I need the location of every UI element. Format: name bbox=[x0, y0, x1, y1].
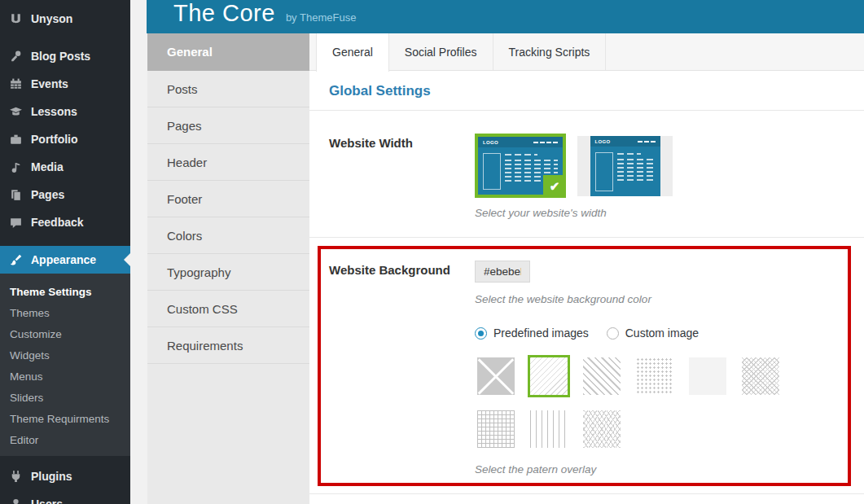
image-source-radio-row: Predefined images Custom image bbox=[475, 327, 844, 340]
sidebar-item-portfolio[interactable]: Portfolio bbox=[0, 125, 130, 153]
mockup-logo-text: LOGO bbox=[595, 139, 611, 144]
mockup-nav-dashes bbox=[533, 142, 558, 143]
sidebar-item-feedback[interactable]: Feedback bbox=[0, 208, 130, 236]
radio-label: Predefined images bbox=[493, 327, 589, 340]
submenu-item-menus[interactable]: Menus bbox=[0, 366, 130, 388]
sidebar-item-unyson[interactable]: Unyson bbox=[0, 5, 130, 33]
width-option-full-width[interactable]: LOGO ✔ bbox=[475, 134, 566, 198]
sidebar-item-label: Events bbox=[31, 77, 68, 90]
radio-option-custom-image[interactable]: Custom image bbox=[607, 327, 699, 340]
radio-icon[interactable] bbox=[607, 327, 619, 340]
width-options-row: LOGO ✔ LOGO bbox=[475, 134, 673, 198]
sidebar-item-label: Media bbox=[31, 160, 64, 173]
submenu-item-theme-settings[interactable]: Theme Settings bbox=[0, 282, 130, 303]
pattern-swatch-dots[interactable]: ✔ bbox=[634, 355, 676, 397]
pattern-swatch-fill bbox=[636, 357, 673, 395]
settings-nav-pages[interactable]: Pages bbox=[147, 107, 309, 144]
settings-nav-footer[interactable]: Footer bbox=[147, 181, 309, 217]
tab-tracking-scripts[interactable]: Tracking Scripts bbox=[493, 33, 607, 70]
theme-header: The Core by ThemeFuse bbox=[147, 0, 864, 33]
label-column: Website Width bbox=[329, 134, 475, 219]
submenu-item-sliders[interactable]: Sliders bbox=[0, 388, 130, 409]
sidebar-item-label: Lessons bbox=[31, 105, 77, 118]
settings-nav-custom-css[interactable]: Custom CSS bbox=[147, 291, 309, 327]
settings-nav: General Posts Pages Header Footer Colors… bbox=[147, 33, 309, 504]
website-width-controls: LOGO ✔ LOGO bbox=[475, 134, 673, 219]
main-content: General Social Profiles Tracking Scripts… bbox=[309, 33, 864, 504]
sidebar-item-users[interactable]: Users bbox=[0, 490, 130, 504]
pattern-swatch-fill bbox=[583, 410, 621, 448]
appearance-submenu: Theme Settings Themes Customize Widgets … bbox=[0, 274, 130, 456]
submenu-item-themes[interactable]: Themes bbox=[0, 303, 130, 324]
sidebar-item-label: Appearance bbox=[31, 253, 96, 266]
portfolio-icon bbox=[7, 131, 24, 147]
sidebar-item-label: Pages bbox=[31, 188, 64, 201]
submenu-item-theme-requirments[interactable]: Theme Requirments bbox=[0, 409, 130, 430]
website-width-caption: Select your website's width bbox=[475, 207, 673, 219]
tab-general[interactable]: General bbox=[316, 33, 389, 72]
sidebar-item-label: Users bbox=[31, 497, 63, 504]
pattern-swatch-fill bbox=[689, 357, 726, 395]
background-color-input[interactable] bbox=[475, 261, 530, 283]
pattern-swatch-fill bbox=[530, 410, 568, 448]
settings-nav-general[interactable]: General bbox=[147, 33, 309, 71]
radio-label: Custom image bbox=[625, 327, 699, 340]
submenu-item-editor[interactable]: Editor bbox=[0, 430, 130, 451]
graduation-cap-icon bbox=[7, 103, 24, 120]
media-icon bbox=[7, 159, 24, 175]
sidebar-item-media[interactable]: Media bbox=[0, 153, 130, 181]
website-mockup: LOGO bbox=[590, 136, 660, 196]
submenu-item-widgets[interactable]: Widgets bbox=[0, 345, 130, 366]
pattern-swatch-crosshatch[interactable]: ✔ bbox=[739, 355, 782, 397]
pattern-overlay-caption: Select the patern overlay bbox=[475, 463, 844, 476]
pattern-swatch-diagonal-lines-dense[interactable]: ✔ bbox=[581, 355, 623, 397]
admin-sidebar: Unyson Blog Posts Events Lessons Portfol… bbox=[0, 0, 130, 504]
pattern-swatch-grid: ✔ ✔ ✔ ✔ ✔ bbox=[475, 355, 800, 450]
sidebar-item-plugins[interactable]: Plugins bbox=[0, 462, 130, 490]
pattern-swatch-fill bbox=[477, 410, 515, 448]
pattern-swatch-plain[interactable]: ✔ bbox=[686, 355, 729, 397]
appearance-brush-icon bbox=[7, 252, 24, 268]
theme-title: The Core bbox=[173, 0, 275, 29]
sidebar-item-lessons[interactable]: Lessons bbox=[0, 98, 130, 125]
section-website-width: Website Width LOGO ✔ bbox=[309, 111, 864, 238]
width-option-boxed[interactable]: LOGO ✔ bbox=[577, 136, 673, 196]
pattern-swatch-diagonal-lines-light[interactable]: ✔ bbox=[528, 355, 570, 397]
mockup-nav-dashes bbox=[638, 141, 656, 142]
pattern-swatch-vertical-lines[interactable]: ✔ bbox=[528, 408, 570, 450]
sidebar-item-pages[interactable]: Pages bbox=[0, 181, 130, 208]
tab-bar: General Social Profiles Tracking Scripts bbox=[309, 33, 864, 71]
plugin-icon bbox=[7, 468, 24, 484]
radio-option-predefined-images[interactable]: Predefined images bbox=[475, 327, 589, 340]
background-color-caption: Select the website background color bbox=[475, 293, 844, 305]
pattern-swatch-grid[interactable]: ✔ bbox=[475, 408, 517, 450]
settings-nav-colors[interactable]: Colors bbox=[147, 217, 309, 254]
sidebar-item-label: Blog Posts bbox=[31, 50, 90, 63]
pushpin-icon bbox=[7, 48, 24, 64]
submenu-item-customize[interactable]: Customize bbox=[0, 324, 130, 345]
mockup-sidebar-box bbox=[483, 153, 501, 190]
pattern-swatch-zigzag[interactable]: ✔ bbox=[581, 408, 623, 450]
tab-social-profiles[interactable]: Social Profiles bbox=[389, 33, 493, 70]
settings-nav-typography[interactable]: Typography bbox=[147, 254, 309, 291]
sidebar-item-events[interactable]: Events bbox=[0, 70, 130, 98]
sidebar-item-label: Plugins bbox=[31, 470, 72, 483]
label-column: Website Background bbox=[329, 261, 475, 476]
pattern-swatch-none[interactable]: ✔ bbox=[475, 355, 517, 397]
settings-nav-posts[interactable]: Posts bbox=[147, 71, 309, 107]
pattern-swatch-fill bbox=[583, 357, 621, 395]
sidebar-item-blog-posts[interactable]: Blog Posts bbox=[0, 42, 130, 70]
website-background-label: Website Background bbox=[329, 263, 450, 277]
sidebar-item-label: Portfolio bbox=[31, 133, 78, 146]
sidebar-item-label: Unyson bbox=[31, 12, 72, 25]
users-icon bbox=[7, 496, 24, 504]
website-background-controls: Select the website background color Pred… bbox=[475, 261, 844, 476]
sidebar-item-appearance[interactable]: Appearance bbox=[0, 246, 130, 274]
theme-subtitle: by ThemeFuse bbox=[286, 11, 356, 24]
settings-nav-header[interactable]: Header bbox=[147, 144, 309, 181]
mockup-text-lines bbox=[617, 152, 656, 191]
settings-nav-requirements[interactable]: Requirements bbox=[147, 327, 309, 364]
radio-icon[interactable] bbox=[475, 327, 487, 340]
pattern-swatch-fill bbox=[477, 357, 515, 395]
unyson-icon bbox=[7, 11, 24, 27]
